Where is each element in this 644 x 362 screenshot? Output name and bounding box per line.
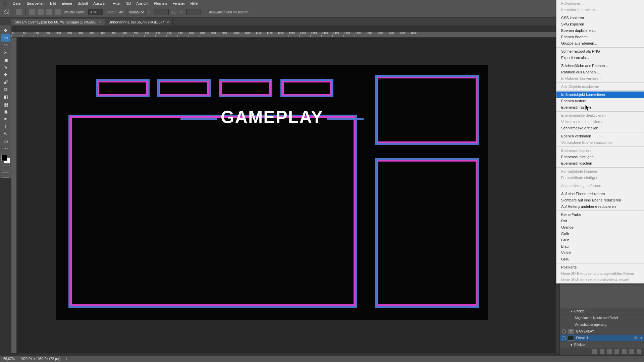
context-menu-item[interactable]: Ebenenstil einfügen bbox=[556, 154, 644, 160]
document-tab-active[interactable]: Unbenannt-1 bei 66,7% (RGB/8) * × bbox=[105, 19, 173, 25]
mask-icon[interactable] bbox=[607, 349, 612, 354]
context-menu-item[interactable]: Auf eine Ebene reduzieren bbox=[556, 191, 644, 197]
chevron-right-icon[interactable]: › bbox=[66, 357, 67, 361]
context-menu-item[interactable]: Gruppe aus Ebenen... bbox=[556, 40, 644, 47]
context-menu-item[interactable]: Gelb bbox=[556, 231, 644, 237]
context-menu-item[interactable]: Sichtbare auf eine Ebene reduzieren bbox=[556, 197, 644, 203]
trash-icon[interactable] bbox=[637, 349, 641, 354]
canvas-area[interactable]: GAMEPLAY bbox=[17, 38, 557, 353]
context-menu-item[interactable]: Zeichenfläche aus Ebenen... bbox=[556, 63, 644, 69]
fx-icon[interactable] bbox=[600, 349, 604, 354]
home-button[interactable] bbox=[3, 9, 9, 15]
ruler-horizontal[interactable]: 0501001502002503003504004505005506006507… bbox=[11, 32, 557, 38]
context-menu-item[interactable]: Blau bbox=[556, 243, 644, 250]
layer-name[interactable]: GAMEPLAY bbox=[576, 329, 594, 333]
layer-row-ebene1[interactable]: Ebene 1 fx ▾ bbox=[560, 335, 644, 341]
menu-help[interactable]: Hilfe bbox=[187, 1, 200, 5]
foreground-color-swatch[interactable] bbox=[1, 155, 7, 161]
marquee-tool-icon[interactable]: ▭ bbox=[1, 34, 10, 42]
screen-mode-icon[interactable] bbox=[2, 166, 9, 171]
chevron-down-icon[interactable]: ▾ bbox=[571, 343, 572, 347]
context-menu-item[interactable]: Postkarte bbox=[556, 264, 644, 270]
context-menu-item[interactable]: Ebenen duplizieren... bbox=[556, 27, 644, 34]
close-icon[interactable]: × bbox=[167, 20, 169, 24]
new-layer-icon[interactable] bbox=[629, 349, 634, 354]
context-menu-item[interactable]: Grau bbox=[556, 256, 644, 262]
healing-tool-icon[interactable]: ✚ bbox=[1, 71, 10, 78]
context-menu-item[interactable]: Auf Hintergrundebene reduzieren bbox=[556, 203, 644, 210]
menu-type[interactable]: Schrift bbox=[75, 1, 91, 5]
color-swatches[interactable] bbox=[1, 155, 10, 164]
menu-filter[interactable]: Filter bbox=[110, 1, 123, 5]
visibility-eye-icon[interactable] bbox=[562, 329, 566, 334]
layer-effects-row[interactable]: ▾ Effekte bbox=[560, 308, 644, 314]
menu-window[interactable]: Fenster bbox=[170, 1, 187, 5]
chevron-down-icon[interactable]: ▾ bbox=[640, 336, 642, 340]
document-tab[interactable]: Stream Overlay.psd bei 66,7% (Gruppe 2, … bbox=[11, 19, 105, 25]
blur-tool-icon[interactable]: ◉ bbox=[1, 108, 10, 115]
context-menu-item[interactable]: CSS kopieren bbox=[556, 15, 644, 21]
layer-effects-row[interactable]: ▾ Effekte bbox=[560, 341, 644, 348]
layer-effect-item[interactable]: Abgeflachte Kante und Relief bbox=[560, 314, 644, 321]
layer-thumbnail-icon[interactable] bbox=[568, 336, 574, 341]
context-menu-item[interactable]: Grün bbox=[556, 237, 644, 243]
context-menu-item[interactable]: Schnell-Export als PNG bbox=[556, 48, 644, 55]
type-tool-icon[interactable]: T bbox=[1, 123, 10, 130]
close-icon[interactable]: × bbox=[99, 20, 101, 24]
selection-intersect-icon[interactable] bbox=[55, 9, 61, 15]
more-tools-icon[interactable]: ⋯ bbox=[1, 145, 10, 152]
context-menu-item[interactable]: Rahmen aus Ebenen ... bbox=[556, 69, 644, 75]
lasso-tool-icon[interactable]: ◠ bbox=[1, 42, 10, 49]
pen-tool-icon[interactable]: ✒ bbox=[1, 115, 10, 123]
context-menu-item[interactable]: Orange bbox=[556, 224, 644, 231]
frame-tool-icon[interactable]: ▣ bbox=[1, 56, 10, 64]
marquee-tool-icon[interactable] bbox=[16, 9, 22, 15]
layer-name[interactable]: Ebene 1 bbox=[576, 336, 588, 340]
context-menu-item[interactable]: Ebenenstil löschen bbox=[556, 160, 644, 167]
link-layers-icon[interactable] bbox=[592, 349, 597, 354]
context-menu-item[interactable]: Rot bbox=[556, 218, 644, 224]
menu-3d[interactable]: 3D bbox=[123, 1, 133, 5]
menu-edit[interactable]: Bearbeiten bbox=[24, 1, 47, 5]
menu-file[interactable]: Datei bbox=[10, 1, 24, 5]
context-menu-item[interactable]: Ebenen rastern bbox=[556, 98, 644, 104]
context-menu-item[interactable]: Violett bbox=[556, 250, 644, 256]
context-menu-item[interactable]: In Smartobjekt konvertieren bbox=[556, 92, 644, 98]
context-menu-item[interactable]: Ebenenstil rastern bbox=[556, 104, 644, 111]
gradient-tool-icon[interactable]: ▦ bbox=[1, 101, 10, 108]
selection-add-icon[interactable] bbox=[38, 9, 44, 15]
context-menu-item[interactable]: Keine Farbe bbox=[556, 212, 644, 218]
group-icon[interactable] bbox=[622, 349, 627, 354]
document-dimensions[interactable]: 1920 Px x 1080 Px (72 ppi) bbox=[20, 357, 61, 361]
shape-tool-icon[interactable]: ▭ bbox=[1, 137, 10, 145]
layer-row-gameplay[interactable]: T GAMEPLAY bbox=[560, 328, 644, 335]
zoom-level[interactable]: 66,67% bbox=[3, 357, 15, 361]
menu-plugins[interactable]: Plug-ins bbox=[151, 1, 170, 5]
layer-effect-item[interactable]: Verlaufsüberlagerung bbox=[560, 321, 644, 328]
chevron-down-icon[interactable]: ▾ bbox=[571, 309, 572, 313]
brush-tool-icon[interactable]: 🖌 bbox=[1, 78, 10, 86]
crop-tool-icon[interactable]: ✂ bbox=[1, 49, 10, 56]
select-and-mask-button[interactable]: Auswählen und maskieren... bbox=[209, 10, 251, 14]
context-menu-item[interactable]: Exportieren als... bbox=[556, 55, 644, 61]
menu-image[interactable]: Bild bbox=[47, 1, 59, 5]
feather-input[interactable] bbox=[88, 9, 103, 15]
eyedropper-tool-icon[interactable]: ✎ bbox=[1, 64, 10, 71]
selection-subtract-icon[interactable] bbox=[46, 9, 52, 15]
visibility-eye-icon[interactable] bbox=[562, 336, 566, 340]
move-tool-icon[interactable]: ✥ bbox=[1, 27, 10, 34]
adjustment-icon[interactable] bbox=[614, 349, 619, 354]
fx-badge[interactable]: fx bbox=[634, 336, 637, 340]
eraser-tool-icon[interactable]: ◧ bbox=[1, 93, 10, 101]
context-menu-item[interactable]: Schnittmaske erstellen bbox=[556, 125, 644, 131]
context-menu-item[interactable]: Ebenen löschen bbox=[556, 34, 644, 40]
menu-select[interactable]: Auswahl bbox=[91, 1, 110, 5]
selection-new-icon[interactable] bbox=[29, 9, 35, 15]
context-menu-item[interactable]: Ebenen verbinden bbox=[556, 133, 644, 139]
context-menu-item[interactable]: SVG kopieren bbox=[556, 21, 644, 27]
style-select[interactable]: Normal bbox=[127, 9, 146, 15]
stamp-tool-icon[interactable]: ⧉ bbox=[1, 86, 10, 93]
path-tool-icon[interactable]: ↖ bbox=[1, 130, 10, 137]
ruler-vertical[interactable] bbox=[11, 38, 17, 353]
menu-layer[interactable]: Ebene bbox=[59, 1, 75, 5]
